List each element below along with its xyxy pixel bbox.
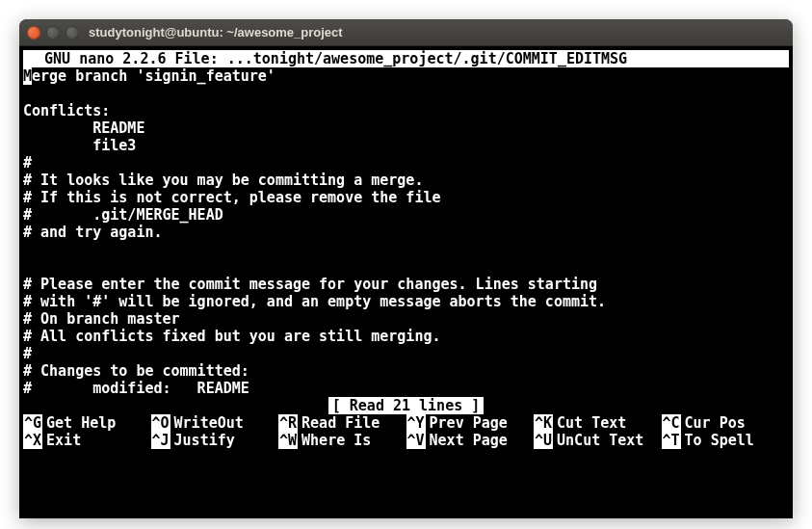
editor-line bbox=[23, 85, 789, 102]
shortcut-key: ^X bbox=[23, 432, 42, 449]
shortcut-writeout: ^OWriteOut bbox=[151, 414, 279, 432]
shortcut-label: Where Is bbox=[301, 432, 371, 449]
shortcut-to-spell: ^TTo Spell bbox=[662, 432, 790, 449]
window-title: studytonight@ubuntu: ~/awesome_project bbox=[89, 25, 343, 40]
shortcut-key: ^C bbox=[662, 414, 681, 432]
editor-line: # All conflicts fixed but you are still … bbox=[23, 328, 789, 345]
window-controls bbox=[27, 26, 79, 40]
editor-content[interactable]: Merge branch 'signin_feature'Conflicts: … bbox=[23, 67, 789, 397]
shortcut-key: ^T bbox=[662, 432, 681, 449]
shortcut-label: Get Help bbox=[46, 414, 116, 432]
nano-app-name: GNU nano bbox=[44, 50, 114, 67]
editor-line: # It looks like you may be committing a … bbox=[23, 172, 789, 189]
shortcut-label: Read File bbox=[301, 414, 380, 432]
editor-line: # Changes to be committed: bbox=[23, 362, 789, 380]
shortcut-justify: ^JJustify bbox=[151, 432, 279, 449]
editor-line: # If this is not correct, please remove … bbox=[23, 189, 789, 206]
shortcut-key: ^V bbox=[406, 432, 426, 449]
shortcut-key: ^Y bbox=[406, 414, 426, 432]
nano-file-label: File: bbox=[175, 50, 219, 67]
shortcut-label: To Spell bbox=[685, 432, 754, 449]
shortcut-key: ^J bbox=[151, 432, 170, 449]
status-message: [ Read 21 lines ] bbox=[328, 397, 485, 414]
shortcut-label: Prev Page bbox=[430, 414, 508, 432]
shortcut-key: ^G bbox=[23, 414, 42, 432]
editor-line bbox=[23, 258, 789, 276]
nano-file-path: ...tonight/awesome_project/.git/COMMIT_E… bbox=[227, 50, 627, 67]
shortcut-key: ^O bbox=[151, 414, 170, 432]
shortcut-exit: ^XExit bbox=[23, 432, 151, 449]
shortcut-label: WriteOut bbox=[174, 414, 244, 432]
editor-line: # with '#' will be ignored, and an empty… bbox=[23, 293, 789, 310]
shortcut-get-help: ^GGet Help bbox=[23, 414, 151, 432]
shortcut-row-1: ^GGet Help ^OWriteOut ^RRead File ^YPrev… bbox=[23, 414, 789, 432]
shortcut-label: Cut Text bbox=[557, 414, 626, 432]
shortcut-prev-page: ^YPrev Page bbox=[406, 414, 535, 432]
shortcut-label: Exit bbox=[46, 432, 81, 449]
shortcut-label: Next Page bbox=[430, 432, 508, 449]
editor-line bbox=[23, 241, 789, 258]
editor-line: # modified: README bbox=[23, 380, 789, 397]
editor-line: file3 bbox=[23, 137, 789, 154]
shortcut-next-page: ^VNext Page bbox=[406, 432, 535, 449]
titlebar[interactable]: studytonight@ubuntu: ~/awesome_project bbox=[19, 19, 793, 46]
shortcut-key: ^U bbox=[534, 432, 553, 449]
shortcut-key: ^R bbox=[278, 414, 298, 432]
editor-line: Merge branch 'signin_feature' bbox=[23, 67, 789, 85]
editor-line: # bbox=[23, 154, 789, 172]
editor-line: # On branch master bbox=[23, 310, 789, 328]
shortcut-read-file: ^RRead File bbox=[278, 414, 406, 432]
status-line: [ Read 21 lines ] bbox=[23, 397, 789, 414]
line-text-rest: erge branch 'signin_feature' bbox=[32, 67, 275, 85]
shortcut-label: Cur Pos bbox=[685, 414, 746, 432]
nano-header: GNU nano 2.2.6 File: ...tonight/awesome_… bbox=[23, 50, 789, 67]
shortcut-where-is: ^WWhere Is bbox=[278, 432, 406, 449]
shortcut-key: ^K bbox=[534, 414, 553, 432]
editor-line: # bbox=[23, 345, 789, 362]
maximize-icon[interactable] bbox=[65, 26, 79, 40]
close-icon[interactable] bbox=[27, 26, 40, 40]
shortcut-label: Justify bbox=[174, 432, 235, 449]
editor-line: # .git/MERGE_HEAD bbox=[23, 206, 789, 224]
shortcut-label: UnCut Text bbox=[557, 432, 643, 449]
nano-version: 2.2.6 bbox=[122, 50, 166, 67]
shortcut-key: ^W bbox=[278, 432, 298, 449]
terminal-area[interactable]: GNU nano 2.2.6 File: ...tonight/awesome_… bbox=[19, 46, 793, 518]
shortcut-uncut-text: ^UUnCut Text bbox=[534, 432, 662, 449]
editor-line: # and try again. bbox=[23, 224, 789, 241]
shortcut-row-2: ^XExit ^JJustify ^WWhere Is ^VNext Page … bbox=[23, 432, 789, 449]
minimize-icon[interactable] bbox=[46, 26, 60, 40]
terminal-window: studytonight@ubuntu: ~/awesome_project G… bbox=[19, 19, 793, 518]
cursor: M bbox=[23, 67, 32, 85]
editor-line: README bbox=[23, 119, 789, 137]
shortcut-cur-pos: ^CCur Pos bbox=[662, 414, 790, 432]
editor-line: Conflicts: bbox=[23, 102, 789, 119]
shortcut-cut-text: ^KCut Text bbox=[534, 414, 662, 432]
editor-line: # Please enter the commit message for yo… bbox=[23, 276, 789, 293]
